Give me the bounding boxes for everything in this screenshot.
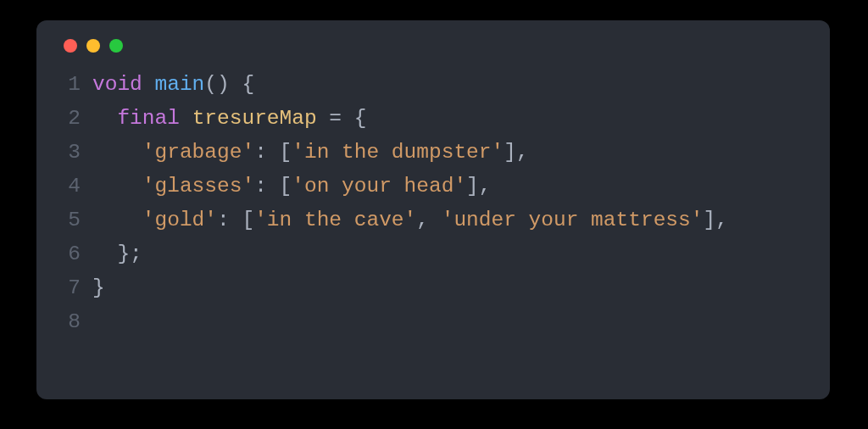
token-ident: tresureMap: [192, 107, 317, 130]
code-line: 6 };: [60, 237, 806, 271]
zoom-icon[interactable]: [109, 39, 123, 53]
window-traffic-lights: [64, 39, 806, 53]
close-icon[interactable]: [64, 39, 77, 53]
token-str: 'gold': [142, 209, 217, 231]
code-content: };: [92, 237, 142, 271]
token-pun: : [: [254, 175, 292, 198]
token-str: 'glasses': [142, 175, 254, 198]
token-str: 'under your mattress': [442, 209, 704, 231]
code-line: 5 'gold': ['in the cave', 'under your ma…: [60, 203, 806, 237]
indent: [92, 107, 117, 130]
code-content: }: [92, 271, 105, 305]
token-pun: : [: [254, 141, 292, 164]
token-pun: }: [92, 276, 105, 299]
line-number: 8: [60, 305, 81, 339]
line-number: 4: [60, 170, 81, 203]
token-pun: };: [117, 242, 142, 265]
line-number: 5: [60, 203, 81, 237]
code-content: final tresureMap = {: [92, 102, 366, 136]
code-line: 1void main() {: [60, 68, 806, 102]
line-number: 1: [60, 68, 81, 102]
line-number: 7: [60, 271, 81, 305]
token-txt: [180, 107, 192, 130]
token-str: 'in the cave': [254, 209, 416, 231]
code-content: void main() {: [92, 68, 254, 102]
indent: [92, 175, 142, 198]
token-pun: ],: [703, 209, 727, 231]
code-window: 1void main() {2 final tresureMap = {3 'g…: [36, 20, 830, 399]
line-number: 2: [60, 102, 81, 136]
token-str: 'grabage': [142, 141, 254, 164]
code-content: 'grabage': ['in the dumpster'],: [92, 136, 529, 170]
minimize-icon[interactable]: [86, 39, 100, 53]
token-str: 'in the dumpster': [292, 141, 504, 164]
indent: [92, 209, 142, 231]
token-fn: main: [155, 73, 205, 96]
code-line: 3 'grabage': ['in the dumpster'],: [60, 136, 806, 170]
code-line: 8: [60, 305, 806, 339]
token-txt: [317, 107, 330, 130]
code-line: 2 final tresureMap = {: [60, 102, 806, 136]
token-str: 'on your head': [292, 175, 466, 198]
token-kw: void: [92, 73, 142, 96]
code-line: 4 'glasses': ['on your head'],: [60, 170, 806, 203]
token-txt: [142, 73, 155, 96]
indent: [92, 141, 142, 164]
token-pun: = {: [329, 107, 366, 130]
code-content: 'glasses': ['on your head'],: [92, 170, 492, 203]
token-pun: () {: [204, 73, 254, 96]
token-pun: ,: [416, 209, 441, 231]
token-pun: ],: [504, 141, 528, 164]
token-pun: ],: [466, 175, 491, 198]
line-number: 3: [60, 136, 81, 170]
code-content: 'gold': ['in the cave', 'under your matt…: [92, 203, 728, 237]
indent: [92, 242, 117, 265]
code-block: 1void main() {2 final tresureMap = {3 'g…: [60, 68, 806, 339]
line-number: 6: [60, 237, 81, 271]
token-pun: : [: [217, 209, 254, 231]
code-line: 7}: [60, 271, 806, 305]
token-kw: final: [117, 107, 180, 130]
